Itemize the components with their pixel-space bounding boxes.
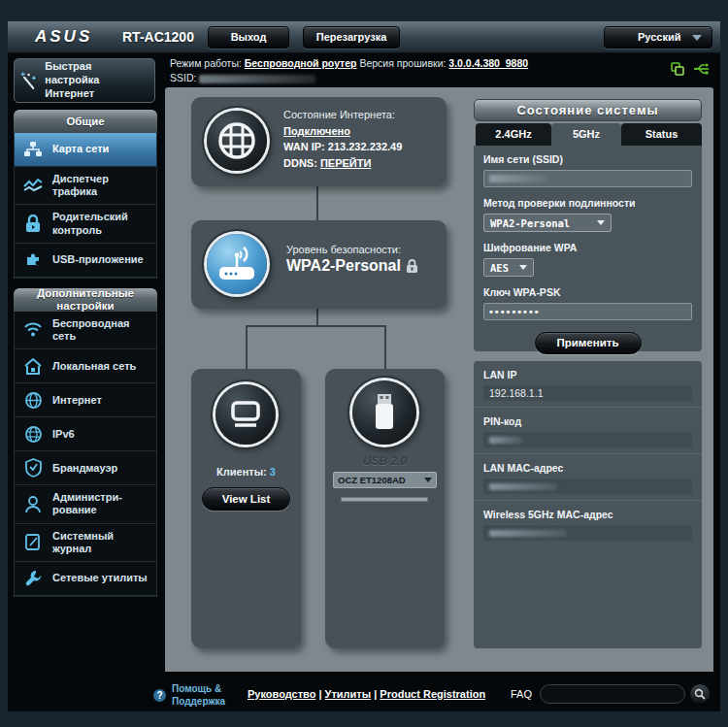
tab-5ghz[interactable]: 5GHz [551,123,621,146]
sidebar-item-label: Сетевые утилиты [52,572,148,584]
mode-link[interactable]: Беспроводной роутер [245,57,357,69]
footer-links: Руководство | Утилиты | Product Registra… [248,688,485,700]
ssid-field-label: Имя сети (SSID) [483,153,692,165]
auth-method-select[interactable]: WPA2-Personal [483,214,612,232]
reboot-button[interactable]: Перезагрузка [303,26,400,49]
auth-method-label: Метод проверки подлинности [483,197,692,209]
sidebar-item-ipv6[interactable]: IPv6 [15,417,156,451]
sidebar-item-label: Диспетчер трафика [52,173,149,198]
status-icons [670,61,711,77]
sidebar-item-system-log[interactable]: Системный журнал [15,524,156,562]
sidebar-nav-advanced: Беспроводная сеть Локальная сеть [14,312,157,597]
router-security-icon [207,234,267,294]
puzzle-icon [22,249,44,271]
sidebar-item-wan[interactable]: Интернет [15,383,156,417]
separator: | [318,688,321,700]
sidebar-item-traffic-manager[interactable]: Диспетчер трафика [15,167,156,205]
chevron-down-icon [519,265,527,270]
sidebar-item-wireless[interactable]: Беспроводная сеть [15,312,156,349]
usb-card[interactable]: USB 2.0 OCZ ET1208AD [325,369,445,648]
search-icon [694,688,706,700]
sidebar-item-administration[interactable]: Администри- рование [15,485,156,523]
sidebar-item-label: Системный журнал [52,530,149,555]
sitemap-icon [22,139,44,160]
firmware-label: Версия прошивки: [359,57,446,69]
language-dropdown[interactable]: Русский [604,26,712,49]
auth-method-value: WPA2-Personal [490,217,570,229]
lan-mac-redacted [489,483,557,490]
footer-bar: ? Помощь & Поддержка Руководство | Утили… [8,679,720,711]
security-level-card[interactable]: Уровень безопасности: WPA2-Personal [191,220,447,309]
wpa-key-masked-value: ••••••••• [489,306,541,317]
sidebar-item-label: Локальная сеть [52,360,136,373]
globe-icon [22,389,44,411]
sidebar-item-network-tools[interactable]: Сетевые утилиты [15,562,156,596]
faq-search-input[interactable] [540,684,685,704]
wan-ip-label: WAN IP: [283,141,325,152]
chevron-down-icon [597,220,605,225]
pin-value-redacted [489,437,522,444]
lan-clients-status-icon[interactable] [670,61,685,77]
quick-setup-label: Быстрая настройка Интернет [45,60,149,100]
view-list-button[interactable]: View List [202,487,290,511]
chevron-down-icon [692,35,702,41]
sidebar-nav-general: Карта сети Диспетчер трафика [14,133,157,279]
sidebar-item-network-map[interactable]: Карта сети [15,133,156,167]
connector-line [316,186,318,220]
tab-status[interactable]: Status [621,123,702,146]
lan-info-panel: LAN IP 192.168.1.1 PIN-код LAN MAC-адрес… [474,361,702,648]
ddns-go-link[interactable]: ПЕРЕЙТИ [320,157,371,169]
internet-globe-icon [207,111,267,171]
sidebar-item-usb-application[interactable]: USB-приложение [15,244,156,278]
connector-line [246,325,386,327]
manual-link[interactable]: Руководство [248,688,315,700]
traffic-chart-icon [22,175,44,196]
clients-count: 3 [270,466,276,478]
operation-mode-row: Режим работы: Беспроводной роутер Версия… [170,57,528,69]
sidebar-group-general: Общие [14,110,157,133]
usb-drive-icon [352,380,416,445]
wireless-mac-value [483,525,692,541]
help-support-link[interactable]: ? Помощь & Поддержка [153,683,249,708]
sidebar-item-parental-control[interactable]: Родительский контроль [15,205,156,243]
sidebar-item-firewall[interactable]: Брандмауэр [15,451,156,485]
help-question-icon: ? [153,689,166,702]
lock-icon [22,214,44,235]
utilities-link[interactable]: Утилиты [325,688,372,700]
ssid-label: SSID: [170,72,196,83]
tab-2-4ghz[interactable]: 2.4GHz [476,123,551,146]
lan-mac-group: LAN MAC-адрес [474,454,702,501]
clients-label: Клиенты: [216,466,267,478]
internet-status-card[interactable]: Состояние Интернета: Подключено WAN IP: … [191,97,447,186]
security-title: Уровень безопасности: [286,244,418,255]
internet-connected-link[interactable]: Подключено [283,125,350,137]
product-registration-link[interactable]: Product Registration [380,688,485,700]
usb-status-icon[interactable] [693,61,711,77]
help-support-label: Помощь & Поддержка [172,683,249,708]
padlock-icon [406,259,418,274]
wpa-key-input[interactable]: ••••••••• [483,303,692,320]
clients-count-row: Клиенты: 3 [191,466,301,478]
asus-logo: ASUS [35,27,92,47]
quick-setup-button[interactable]: Быстрая настройка Интернет [14,58,155,103]
faq-search-button[interactable] [689,683,711,705]
faq-label: FAQ [511,688,532,700]
log-document-icon [22,532,44,553]
sidebar-item-label: USB-приложение [52,253,144,266]
pin-code-label: PIN-код [483,415,692,427]
sidebar-item-label: IPv6 [52,428,75,441]
firmware-link[interactable]: 3.0.0.4.380_9880 [448,57,528,69]
pin-code-group: PIN-код [474,408,702,454]
network-map-canvas: Состояние Интернета: Подключено WAN IP: … [165,87,713,672]
sidebar-item-label: Карта сети [52,143,109,155]
ssid-input[interactable] [483,170,692,187]
clients-card[interactable]: Клиенты: 3 View List [191,369,301,648]
mode-label: Режим работы: [170,57,242,69]
sidebar-item-label: Брандмауэр [52,462,117,475]
apply-button[interactable]: Применить [535,332,642,354]
usb-device-dropdown[interactable]: OCZ ET1208AD [333,472,437,488]
logout-button[interactable]: Выход [208,26,289,49]
wpa-key-label: Ключ WPA-PSK [483,286,692,298]
sidebar-item-lan[interactable]: Локальная сеть [15,349,156,383]
wpa-encryption-select[interactable]: AES [483,258,534,277]
